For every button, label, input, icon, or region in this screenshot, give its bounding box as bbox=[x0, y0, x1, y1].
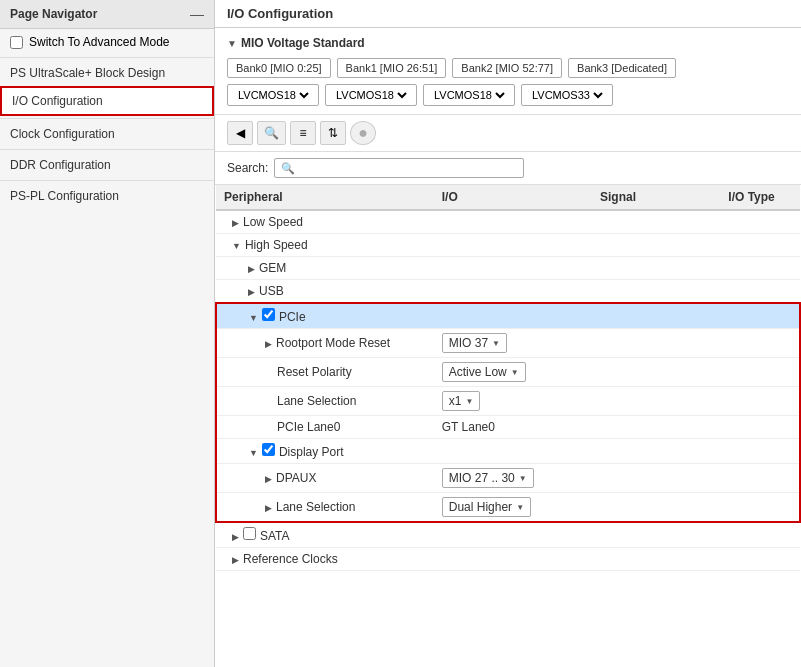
search-button[interactable]: 🔍 bbox=[257, 121, 286, 145]
table-row: ▶Rootport Mode ResetMIO 37▼ bbox=[216, 329, 800, 358]
sidebar: Page Navigator — Switch To Advanced Mode… bbox=[0, 0, 215, 667]
search-input[interactable] bbox=[299, 161, 517, 175]
expand-btn[interactable]: ▼ bbox=[249, 313, 258, 323]
expand-btn[interactable]: ▶ bbox=[248, 287, 255, 297]
table-row: ▶Lane SelectionDual Higher▼ bbox=[216, 493, 800, 523]
rootport-reset-io-dropdown[interactable]: MIO 37▼ bbox=[442, 333, 507, 353]
expand-btn[interactable]: ▼ bbox=[232, 241, 241, 251]
sidebar-item-clock-config[interactable]: Clock Configuration bbox=[0, 121, 214, 147]
bank0-label: Bank0 [MIO 0:25] bbox=[227, 58, 331, 78]
table-container: Peripheral I/O Signal I/O Type ▶Low Spee… bbox=[215, 185, 801, 667]
display-port-checkbox[interactable] bbox=[262, 443, 275, 456]
sidebar-divider-4 bbox=[0, 180, 214, 181]
sidebar-item-ps-pl-config[interactable]: PS-PL Configuration bbox=[0, 183, 214, 209]
io-table: Peripheral I/O Signal I/O Type ▶Low Spee… bbox=[215, 185, 801, 571]
rootport-reset-label: Rootport Mode Reset bbox=[276, 336, 390, 350]
bank1-dropdown[interactable]: LVCMOS18LVCMOS15LVCMOS12 bbox=[325, 84, 417, 106]
table-row: Lane Selectionx1▼ bbox=[216, 387, 800, 416]
sidebar-divider-3 bbox=[0, 149, 214, 150]
sidebar-item-io-config[interactable]: I/O Configuration bbox=[0, 86, 214, 116]
sata-label: SATA bbox=[260, 529, 290, 543]
bank3-select[interactable]: LVCMOS33LVCMOS18LVCMOS15 bbox=[528, 88, 606, 102]
sata-checkbox[interactable] bbox=[243, 527, 256, 540]
toolbar: ◀ 🔍 ≡ ⇅ ● bbox=[215, 115, 801, 152]
switch-advanced-label: Switch To Advanced Mode bbox=[29, 35, 170, 49]
bank1-select[interactable]: LVCMOS18LVCMOS15LVCMOS12 bbox=[332, 88, 410, 102]
sidebar-item-ddr-config[interactable]: DDR Configuration bbox=[0, 152, 214, 178]
sidebar-collapse-btn[interactable]: — bbox=[190, 6, 204, 22]
main-title: I/O Configuration bbox=[227, 6, 333, 21]
pcie-lane0-label: PCIe Lane0 bbox=[277, 420, 340, 434]
usb-label: USB bbox=[259, 284, 284, 298]
display-port-label: Display Port bbox=[279, 445, 344, 459]
pcie-label: PCIe bbox=[279, 310, 306, 324]
table-row: ▶Reference Clocks bbox=[216, 548, 800, 571]
gem-label: GEM bbox=[259, 261, 286, 275]
mio-title: MIO Voltage Standard bbox=[241, 36, 365, 50]
bank0-select[interactable]: LVCMOS18LVCMOS15LVCMOS12 bbox=[234, 88, 312, 102]
switch-advanced-checkbox[interactable] bbox=[10, 36, 23, 49]
mio-banks-row: Bank0 [MIO 0:25] Bank1 [MIO 26:51] Bank2… bbox=[227, 58, 789, 78]
bank2-label: Bank2 [MIO 52:77] bbox=[452, 58, 562, 78]
expand-btn[interactable]: ▶ bbox=[265, 503, 272, 513]
ref-clocks-label: Reference Clocks bbox=[243, 552, 338, 566]
sidebar-item-ps-ultrascale[interactable]: PS UltraScale+ Block Design bbox=[0, 60, 214, 86]
search-icon: 🔍 bbox=[281, 162, 295, 175]
lane-selection-dp-dropdown-btn[interactable]: ▼ bbox=[516, 503, 524, 512]
table-row: ▼PCIe bbox=[216, 303, 800, 329]
expand-btn[interactable]: ▶ bbox=[232, 555, 239, 565]
dpaux-dropdown-btn[interactable]: ▼ bbox=[519, 474, 527, 483]
rootport-reset-dropdown-btn[interactable]: ▼ bbox=[492, 339, 500, 348]
expand-btn[interactable]: ▶ bbox=[248, 264, 255, 274]
pcie-checkbox[interactable] bbox=[262, 308, 275, 321]
table-row: Reset PolarityActive Low▼ bbox=[216, 358, 800, 387]
table-row: ▶Low Speed bbox=[216, 210, 800, 234]
bank2-select[interactable]: LVCMOS18LVCMOS15LVCMOS12 bbox=[430, 88, 508, 102]
bank3-dropdown[interactable]: LVCMOS33LVCMOS18LVCMOS15 bbox=[521, 84, 613, 106]
circle-button[interactable]: ● bbox=[350, 121, 376, 145]
expand-btn[interactable]: ▶ bbox=[265, 474, 272, 484]
sort-button[interactable]: ⇅ bbox=[320, 121, 346, 145]
high-speed-label: High Speed bbox=[245, 238, 308, 252]
low-speed-label: Low Speed bbox=[243, 215, 303, 229]
search-label: Search: bbox=[227, 161, 268, 175]
table-row: ▶USB bbox=[216, 280, 800, 304]
reset-polarity-label: Reset Polarity bbox=[277, 365, 352, 379]
sidebar-header: Page Navigator — bbox=[0, 0, 214, 29]
lane-selection-dp-label: Lane Selection bbox=[276, 500, 355, 514]
mio-collapse-arrow[interactable]: ▼ bbox=[227, 38, 237, 49]
dpaux-label: DPAUX bbox=[276, 471, 316, 485]
back-button[interactable]: ◀ bbox=[227, 121, 253, 145]
reset-polarity-io-dropdown[interactable]: Active Low▼ bbox=[442, 362, 526, 382]
bank1-label: Bank1 [MIO 26:51] bbox=[337, 58, 447, 78]
expand-btn[interactable]: ▶ bbox=[232, 532, 239, 542]
reset-polarity-dropdown-btn[interactable]: ▼ bbox=[511, 368, 519, 377]
dpaux-io-dropdown[interactable]: MIO 27 .. 30▼ bbox=[442, 468, 534, 488]
mio-section: ▼ MIO Voltage Standard Bank0 [MIO 0:25] … bbox=[215, 28, 801, 115]
bank2-dropdown[interactable]: LVCMOS18LVCMOS15LVCMOS12 bbox=[423, 84, 515, 106]
bank3-label: Bank3 [Dedicated] bbox=[568, 58, 676, 78]
filter-button[interactable]: ≡ bbox=[290, 121, 316, 145]
mio-header: ▼ MIO Voltage Standard bbox=[227, 36, 789, 50]
lane-selection-dp-io-dropdown[interactable]: Dual Higher▼ bbox=[442, 497, 531, 517]
col-header-signal: Signal bbox=[592, 185, 720, 210]
search-row: Search: 🔍 bbox=[215, 152, 801, 185]
expand-btn[interactable]: ▼ bbox=[249, 448, 258, 458]
table-row: PCIe Lane0GT Lane0 bbox=[216, 416, 800, 439]
bank0-dropdown[interactable]: LVCMOS18LVCMOS15LVCMOS12 bbox=[227, 84, 319, 106]
table-row: ▼Display Port bbox=[216, 439, 800, 464]
table-row: ▼High Speed bbox=[216, 234, 800, 257]
sidebar-divider-2 bbox=[0, 118, 214, 119]
sidebar-divider-1 bbox=[0, 57, 214, 58]
lane-selection-label: Lane Selection bbox=[277, 394, 356, 408]
col-header-iotype: I/O Type bbox=[720, 185, 800, 210]
sidebar-item-switch-advanced[interactable]: Switch To Advanced Mode bbox=[0, 29, 214, 55]
lane-selection-io-dropdown[interactable]: x1▼ bbox=[442, 391, 481, 411]
table-row: ▶DPAUXMIO 27 .. 30▼ bbox=[216, 464, 800, 493]
expand-btn[interactable]: ▶ bbox=[232, 218, 239, 228]
expand-btn[interactable]: ▶ bbox=[265, 339, 272, 349]
search-input-wrapper: 🔍 bbox=[274, 158, 524, 178]
lane-selection-dropdown-btn[interactable]: ▼ bbox=[465, 397, 473, 406]
table-row: ▶SATA bbox=[216, 522, 800, 548]
sidebar-title: Page Navigator bbox=[10, 7, 97, 21]
